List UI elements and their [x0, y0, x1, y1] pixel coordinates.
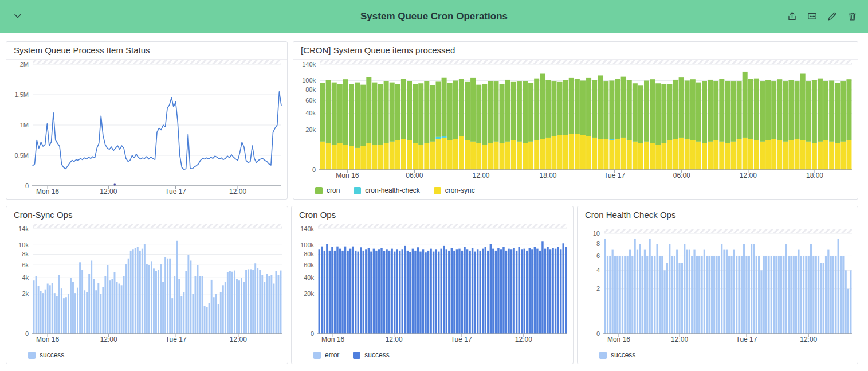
bar-segment — [492, 249, 494, 334]
bar-segment — [674, 256, 675, 334]
chart-canvas: 140k100k80k60k40k20k0Mon 1606:0012:0018:… — [293, 60, 858, 200]
bar-segment — [204, 306, 206, 334]
axis-label: Mon 16 — [607, 335, 630, 343]
bar-segment — [155, 271, 157, 334]
bar-segment — [443, 246, 445, 334]
bar-segment — [320, 83, 325, 141]
bar-segment — [331, 247, 333, 334]
bar-segment — [529, 248, 531, 334]
bar-segment — [123, 276, 125, 334]
bar-segment — [696, 256, 698, 334]
bar-segment — [391, 249, 392, 334]
legend-item-cron-sync[interactable]: cron-sync — [434, 186, 475, 194]
bar-segment — [488, 143, 493, 170]
axis-label: 60k — [304, 261, 314, 268]
bar-segment — [673, 80, 678, 139]
bar-segment — [151, 261, 152, 334]
axis-label: 80k — [305, 86, 316, 93]
axis-label: Mon 16 — [321, 335, 344, 343]
bar-segment — [360, 85, 366, 146]
legend-swatch — [353, 352, 360, 359]
bar-segment — [832, 256, 834, 334]
items-processed-chart[interactable]: 140k100k80k60k40k20k0Mon 1606:0012:0018:… — [293, 60, 858, 200]
line-series — [33, 92, 281, 170]
bar-segment — [482, 145, 487, 170]
bar-segment — [713, 81, 718, 140]
bar-segment — [521, 249, 523, 334]
bar-segment — [430, 85, 435, 141]
bar-segment — [42, 293, 44, 334]
bar-segment — [812, 80, 817, 143]
bar-segment — [771, 81, 776, 139]
bar-segment — [109, 280, 111, 334]
legend-item-cron-health-check[interactable]: cron-health-check — [354, 186, 419, 194]
bar-segment — [818, 142, 823, 170]
bar-segment — [464, 247, 465, 334]
bar-segment — [414, 251, 416, 334]
bar-segment — [388, 251, 390, 334]
bar-segment — [736, 256, 737, 334]
axis-label: 80k — [304, 251, 314, 257]
bar-segment — [257, 268, 258, 334]
cron-sync-ops-chart[interactable]: 14k10k8k6k4k2k0Mon 1612:00Tue 1712:00 — [6, 224, 288, 365]
bar-segment — [394, 252, 395, 334]
axis-label: 12:00 — [100, 335, 117, 343]
bar-segment — [459, 136, 464, 170]
bar-segment — [505, 80, 510, 142]
delete-button[interactable] — [845, 9, 859, 23]
bar-segment — [644, 80, 649, 141]
bar-segment — [54, 293, 56, 334]
bar-segment — [820, 263, 822, 334]
bar-segment — [206, 307, 208, 334]
legend-item-cron[interactable]: cron — [315, 186, 340, 194]
bar-segment — [372, 145, 377, 170]
bar-segment — [539, 251, 541, 334]
legend-item-success[interactable]: success — [599, 351, 635, 359]
bar-segment — [731, 81, 736, 142]
bar-segment — [753, 244, 755, 334]
bar-segment — [185, 271, 187, 334]
bar-segment — [68, 294, 69, 334]
share-button[interactable] — [785, 9, 799, 23]
legend-label: cron-health-check — [365, 186, 419, 194]
bar-segment — [835, 143, 840, 170]
bar-segment — [378, 84, 383, 145]
bar-segment — [326, 143, 331, 170]
bar-segment — [497, 248, 499, 334]
bar-segment — [451, 248, 453, 334]
legend-label: cron-sync — [445, 186, 475, 194]
bar-segment — [621, 77, 626, 138]
bar-segment — [815, 256, 817, 334]
bar-segment — [631, 256, 633, 334]
bar-segment — [248, 269, 249, 334]
bar-segment — [667, 84, 672, 140]
bar-segment — [438, 252, 439, 334]
legend-item-success[interactable]: success — [353, 351, 389, 359]
cron-ops-chart[interactable]: 140k100k80k60k40k20k0Mon 1612:00Tue 1712… — [292, 224, 573, 365]
bar-segment — [563, 135, 568, 170]
axis-label: 2k — [22, 290, 29, 297]
legend-item-error[interactable]: error — [313, 351, 339, 359]
axis-label: 06:00 — [406, 171, 423, 179]
bar-segment — [407, 81, 412, 140]
bar-segment — [788, 80, 794, 140]
embed-button[interactable] — [805, 9, 819, 23]
bar-segment — [818, 79, 823, 142]
bar-segment — [422, 249, 424, 334]
bar-segment — [768, 256, 769, 334]
edit-button[interactable] — [825, 9, 839, 23]
process-item-status-chart[interactable]: 2M1.5M1M0.5M0Mon 1612:00Tue 1712:00 — [6, 60, 287, 200]
bar-segment — [65, 297, 67, 334]
legend-item-success[interactable]: success — [28, 351, 64, 359]
bar-segment — [745, 256, 747, 334]
axis-label: 12:00 — [515, 335, 532, 343]
bar-segment — [763, 256, 765, 334]
bar-segment — [261, 275, 263, 334]
bar-segment — [347, 251, 348, 334]
bar-segment — [545, 138, 551, 170]
bar-segment — [830, 256, 832, 334]
axis-label: Mon 16 — [36, 188, 59, 196]
bar-segment — [418, 145, 423, 170]
bar-segment — [731, 142, 736, 170]
cron-health-check-ops-chart[interactable]: 1086420Mon 1612:00Tue 1712:00 — [578, 224, 858, 365]
